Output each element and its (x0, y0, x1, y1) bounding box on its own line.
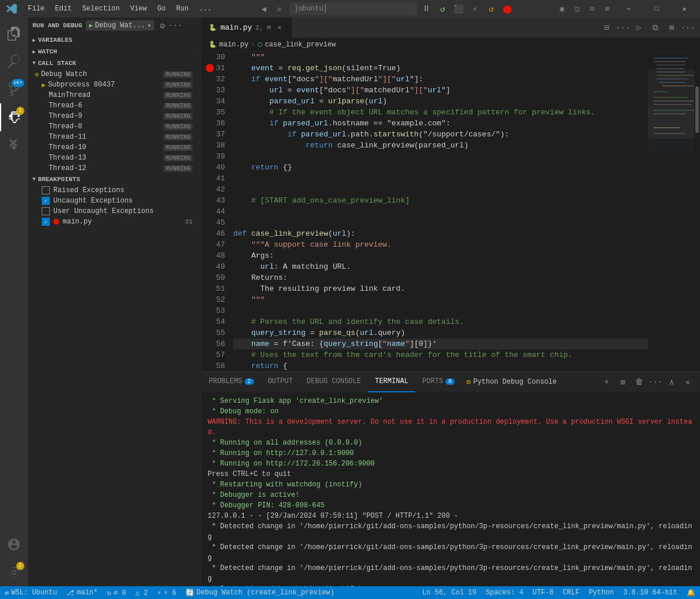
line-ending-button[interactable]: CRLF (558, 586, 584, 599)
split-terminal-button[interactable]: ⊞ (615, 374, 630, 389)
forward-button[interactable]: ▶ (273, 2, 287, 16)
tab-debug-console[interactable]: DEBUG CONSOLE (300, 372, 368, 392)
bp-checkbox[interactable] (42, 207, 50, 215)
activity-search[interactable] (0, 48, 28, 75)
terminal-maximize-button[interactable]: ∧ (664, 374, 679, 389)
new-terminal-button[interactable]: + (599, 374, 614, 389)
menu-view[interactable]: View (125, 3, 151, 14)
more-actions-button[interactable]: ··· (615, 20, 630, 35)
sidebar: RUN AND DEBUG ▶ Debug Wat... ▾ ⚙ ··· ▶ V… (28, 17, 202, 586)
breadcrumb-symbol[interactable]: case_link_preview (265, 41, 336, 49)
remote-button[interactable]: ⇄ WSL: Ubuntu (0, 586, 61, 599)
menu-run[interactable]: Run (172, 3, 194, 14)
menu-file[interactable]: File (23, 3, 49, 14)
notifications-button[interactable]: 🔔 (682, 586, 700, 599)
watch-header[interactable]: ▶ WATCH (28, 46, 202, 57)
bp-checkbox[interactable]: ✓ (42, 197, 50, 205)
debug-session-button[interactable]: 🔄 Debug Watch (create_link_preview) (181, 586, 339, 599)
breakpoint-item[interactable]: ✓Uncaught Exceptions (28, 196, 202, 206)
debug-hotreload-button[interactable]: ↺ (484, 2, 498, 16)
command-palette[interactable]: ]ubuntu] (289, 2, 417, 15)
svg-rect-12 (654, 100, 694, 102)
variables-header[interactable]: ▶ VARIABLES (28, 34, 202, 46)
call-stack-item[interactable]: Thread-13RUNNING (28, 153, 202, 163)
tab-output[interactable]: OUTPUT (261, 372, 300, 392)
breakpoints-header[interactable]: ▼ BREAKPOINTS (28, 174, 202, 185)
terminal-tab-bar: PROBLEMS 2 OUTPUT DEBUG CONSOLE TERMINAL… (202, 372, 700, 392)
split-editor-button[interactable]: ⊟ (599, 20, 614, 35)
split-right-button[interactable]: ⧉ (648, 20, 663, 35)
customize-layout-button[interactable]: ⊞ (600, 2, 614, 16)
sidebar-toggle-button[interactable]: ◫ (570, 2, 584, 16)
debug-pause-button[interactable]: ⏸ (419, 2, 433, 16)
call-stack-item[interactable]: Thread-11RUNNING (28, 132, 202, 142)
kill-terminal-button[interactable]: 🗑 (632, 374, 647, 389)
activity-extensions[interactable] (0, 131, 28, 159)
layout-editor-button[interactable]: ⊞ (664, 20, 679, 35)
debug-restart-button[interactable]: ↺ (436, 2, 449, 16)
minimize-button[interactable]: — (615, 0, 642, 17)
svg-rect-2 (654, 61, 686, 62)
language-button[interactable]: Python (584, 586, 618, 599)
call-stack-item[interactable]: ▶Subprocess 80437RUNNING (28, 80, 202, 90)
editor-more-button[interactable]: ··· (680, 20, 695, 35)
bp-checkbox[interactable]: ✓ (42, 218, 50, 226)
position-button[interactable]: Ln 56, Col 19 (418, 586, 481, 599)
breakpoint-item[interactable]: User Uncaught Exceptions (28, 206, 202, 216)
breakpoint-item[interactable]: ✓main.py31 (28, 216, 202, 227)
line-number: 51 (202, 283, 225, 294)
call-stack-item[interactable]: MainThreadRUNNING (28, 90, 202, 100)
breadcrumb-file[interactable]: main.py (219, 41, 248, 49)
run-in-terminal-button[interactable]: ▷ (632, 20, 647, 35)
call-stack-item[interactable]: Thread-12RUNNING (28, 163, 202, 174)
terminal-close-button[interactable]: ✕ (680, 374, 695, 389)
call-stack-item[interactable]: Thread-8RUNNING (28, 121, 202, 132)
tab-main-py[interactable]: 🐍 main.py 2, M ✕ (202, 17, 292, 38)
ports-button[interactable]: ⚡ ⚡ 6 (153, 586, 181, 599)
call-stack-header[interactable]: ▼ CALL STACK (28, 57, 202, 69)
activity-source-control[interactable]: 1K+ (0, 75, 28, 103)
debug-settings-button[interactable]: ⚙ (157, 20, 168, 31)
call-stack-item[interactable]: Thread-6RUNNING (28, 100, 202, 111)
menu-go[interactable]: Go (153, 3, 170, 14)
activity-debug[interactable]: 1 (0, 103, 28, 131)
tab-problems[interactable]: PROBLEMS 2 (202, 372, 261, 392)
bp-checkbox[interactable] (42, 186, 50, 194)
call-stack-item[interactable]: ⚙Debug WatchRUNNING (28, 69, 202, 80)
menu-more[interactable]: ... (194, 3, 216, 14)
maximize-button[interactable]: □ (643, 0, 670, 17)
spaces-button[interactable]: Spaces: 4 (481, 586, 528, 599)
layout-toggle-button[interactable]: ▣ (555, 2, 569, 16)
tab-close-button[interactable]: ✕ (274, 23, 285, 33)
code-line: return {} (233, 162, 648, 173)
menu-edit[interactable]: Edit (50, 3, 77, 14)
tab-terminal[interactable]: TERMINAL (368, 372, 415, 392)
close-button[interactable]: ✕ (671, 0, 698, 17)
call-stack-item[interactable]: Thread-10RUNNING (28, 142, 202, 153)
menu-selection[interactable]: Selection (78, 3, 125, 14)
vscrollbar[interactable] (694, 52, 700, 371)
debug-record-button[interactable]: ⬤ (500, 2, 514, 16)
terminal-more-button[interactable]: ··· (648, 374, 663, 389)
code-content[interactable]: """ event = req.get_json(silent=True) if… (231, 52, 648, 371)
python-version-button[interactable]: 3.8.10 64-bit (618, 586, 682, 599)
panel-toggle-button[interactable]: ⊟ (585, 2, 599, 16)
breakpoint-item[interactable]: Raised Exceptions (28, 185, 202, 196)
debug-config-selector[interactable]: ▶ Debug Wat... ▾ (86, 20, 154, 31)
encoding-button[interactable]: UTF-8 (528, 586, 558, 599)
tab-bar: 🐍 main.py 2, M ✕ ⊟ ··· ▷ ⧉ ⊞ ··· (202, 17, 700, 38)
warnings-button[interactable]: △ 2 (130, 586, 153, 599)
sync-button[interactable]: ↻ ⊘ 0 (102, 586, 130, 599)
git-icon: ⎇ (66, 589, 74, 597)
activity-explorer[interactable] (0, 20, 28, 48)
tab-ports[interactable]: PORTS 6 (415, 372, 462, 392)
activity-account[interactable] (0, 531, 28, 558)
debug-stop-button[interactable]: ⬛ (452, 2, 466, 16)
minimap (648, 52, 694, 371)
activity-settings[interactable]: 1 (0, 558, 28, 586)
back-button[interactable]: ◀ (257, 2, 271, 16)
debug-more-button[interactable]: ··· (169, 20, 181, 31)
git-branch-button[interactable]: ⎇ main* (61, 586, 102, 599)
debug-connect-button[interactable]: ⚡ (468, 2, 482, 16)
call-stack-item[interactable]: Thread-9RUNNING (28, 111, 202, 121)
